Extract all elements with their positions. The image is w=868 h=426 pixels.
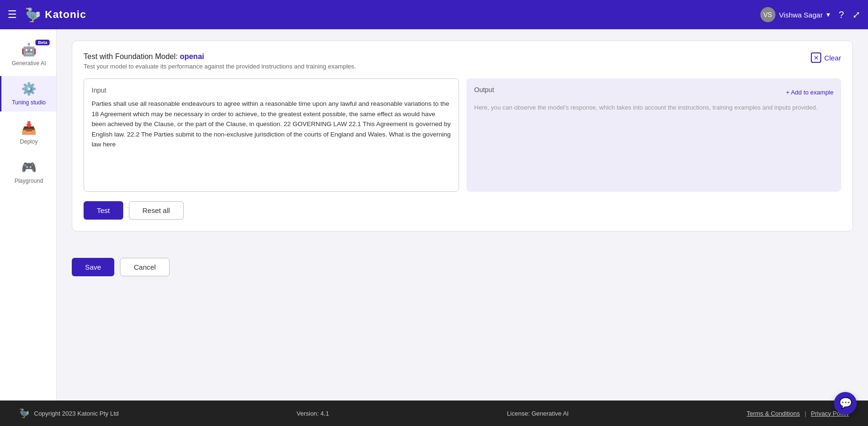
reset-all-button[interactable]: Reset all — [129, 201, 184, 220]
logo-text: Katonic — [45, 9, 86, 21]
sidebar-item-deploy[interactable]: 📥 Deploy — [0, 115, 56, 151]
clear-label: Clear — [824, 54, 841, 62]
deploy-icon: 📥 — [21, 121, 36, 136]
test-action-row: Test Reset all — [84, 201, 841, 220]
playground-icon: 🎮 — [21, 160, 36, 175]
tuning-studio-icon: ⚙️ — [21, 82, 36, 96]
x-icon: ✕ — [811, 52, 821, 63]
chat-bubble[interactable]: 💬 — [834, 392, 857, 415]
sidebar-item-label: Generative AI — [12, 60, 46, 67]
avatar: VS — [760, 7, 775, 22]
output-header: Output + Add to example — [474, 86, 834, 98]
help-icon[interactable]: ? — [839, 9, 844, 20]
chevron-down-icon: ▾ — [826, 10, 830, 19]
terms-link[interactable]: Terms & Conditions — [747, 410, 800, 417]
sidebar-item-label: Deploy — [20, 138, 37, 145]
output-panel: Output + Add to example Here, you can ob… — [467, 78, 841, 192]
output-placeholder-text: Here, you can observe the model's respon… — [474, 103, 834, 113]
page-area: Test with Foundation Model: openai Test … — [57, 29, 868, 258]
footer-separator: | — [805, 410, 806, 417]
generative-ai-icon: 🤖 — [21, 43, 36, 57]
save-button[interactable]: Save — [72, 258, 114, 276]
cancel-button[interactable]: Cancel — [120, 258, 170, 276]
footer: 🦤 Copyright 2023 Katonic Pty Ltd Version… — [0, 400, 868, 426]
footer-left: 🦤 Copyright 2023 Katonic Pty Ltd — [19, 408, 119, 418]
user-menu[interactable]: VS Vishwa Sagar ▾ — [760, 7, 830, 22]
sidebar-item-tuning-studio[interactable]: ⚙️ Tuning studio — [0, 76, 56, 111]
nav-left: ☰ 🦤 Katonic — [8, 7, 86, 23]
input-panel: Input Parties shall use all reasonable e… — [84, 78, 459, 192]
top-navigation: ☰ 🦤 Katonic VS Vishwa Sagar ▾ ? ⤢ — [0, 0, 868, 29]
footer-version: Version: 4.1 — [297, 410, 329, 417]
test-title-prefix: Test with Foundation Model: — [84, 52, 178, 60]
sidebar-item-label: Playground — [15, 178, 43, 184]
save-cancel-row: Save Cancel — [57, 258, 868, 288]
hamburger-icon[interactable]: ☰ — [8, 9, 17, 21]
logo: 🦤 Katonic — [25, 7, 86, 23]
test-card: Test with Foundation Model: openai Test … — [72, 41, 853, 231]
sidebar-item-playground[interactable]: 🎮 Playground — [0, 154, 56, 190]
sidebar: Beta 🤖 Generative AI ⚙️ Tuning studio 📥 … — [0, 29, 57, 400]
io-panels: Input Parties shall use all reasonable e… — [84, 78, 841, 192]
app-body: Beta 🤖 Generative AI ⚙️ Tuning studio 📥 … — [0, 29, 868, 400]
expand-icon[interactable]: ⤢ — [852, 9, 860, 20]
add-to-example-button[interactable]: + Add to example — [786, 89, 834, 96]
test-title: Test with Foundation Model: openai — [84, 52, 356, 61]
footer-logo-icon: 🦤 — [19, 408, 29, 418]
test-model-name: openai — [180, 52, 204, 60]
sidebar-item-generative-ai[interactable]: Beta 🤖 Generative AI — [0, 37, 56, 72]
user-name: Vishwa Sagar — [779, 11, 823, 19]
test-subtitle: Test your model to evaluate its performa… — [84, 63, 356, 70]
input-text[interactable]: Parties shall use all reasonable endeavo… — [92, 99, 451, 150]
clear-button[interactable]: ✕ Clear — [811, 52, 841, 63]
output-label: Output — [474, 86, 494, 94]
logo-bird-icon: 🦤 — [25, 7, 41, 23]
main-content: Test with Foundation Model: openai Test … — [57, 29, 868, 400]
footer-copyright: Copyright 2023 Katonic Pty Ltd — [34, 410, 119, 417]
test-button[interactable]: Test — [84, 201, 123, 220]
chat-icon: 💬 — [839, 397, 852, 409]
input-label: Input — [92, 86, 451, 94]
sidebar-item-label: Tuning studio — [12, 99, 46, 106]
beta-badge: Beta — [35, 40, 50, 45]
footer-license: License: Generative AI — [507, 410, 569, 417]
footer-links: Terms & Conditions | Privacy Policy — [747, 410, 849, 417]
test-title-block: Test with Foundation Model: openai Test … — [84, 52, 356, 70]
nav-right: VS Vishwa Sagar ▾ ? ⤢ — [760, 7, 860, 22]
test-header: Test with Foundation Model: openai Test … — [84, 52, 841, 70]
